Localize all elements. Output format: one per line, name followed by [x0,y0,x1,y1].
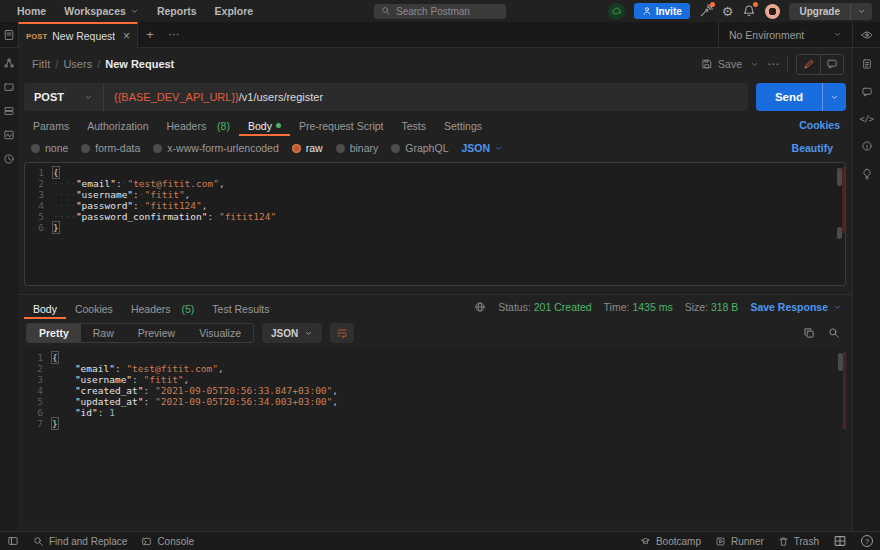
code-icon[interactable]: </> [860,114,874,124]
interceptor-icon[interactable] [699,4,713,18]
tab-pre-request-script[interactable]: Pre-request Script [290,114,393,136]
upgrade-button[interactable]: Upgrade [789,3,872,20]
send-button[interactable]: Send [756,83,846,111]
history-icon[interactable] [3,153,15,165]
mode-graphql[interactable]: GraphQL [391,142,448,154]
environment-selector[interactable]: No Environment [718,22,852,47]
response-tab-cookies[interactable]: Cookies [66,295,122,319]
more-options-icon[interactable]: ⋯ [767,57,779,71]
response-language-selector[interactable]: JSON [262,323,322,343]
request-body-code: 1{2····"email":·"test@fitit.com",3····"u… [25,167,845,233]
avatar[interactable] [765,4,780,19]
console-icon [141,536,152,547]
copy-icon[interactable] [803,327,815,339]
runner-button[interactable]: Runner [715,536,764,547]
tab-params[interactable]: Params [24,114,78,136]
view-pretty[interactable]: Pretty [27,324,81,342]
nav-explore[interactable]: Explore [206,0,263,22]
monitors-icon[interactable] [3,129,15,141]
headers-count: (8) [217,120,230,132]
breadcrumb-collection[interactable]: Users [63,58,92,70]
notifications-bell-icon[interactable] [742,4,756,18]
view-visualize[interactable]: Visualize [187,324,253,342]
search-placeholder: Search Postman [396,6,470,17]
send-options-chevron-icon[interactable] [822,83,846,111]
raw-language-selector[interactable]: JSON [461,142,503,154]
nav-home-label: Home [17,5,46,17]
mode-x-www-form-urlencoded[interactable]: x-www-form-urlencoded [153,142,278,154]
method-selector[interactable]: POST [24,83,104,111]
save-button[interactable]: Save [701,58,742,70]
invite-label: Invite [656,6,682,17]
tab-settings[interactable]: Settings [435,114,491,136]
console-button[interactable]: Console [141,536,194,547]
new-tab-button[interactable]: + [138,22,162,47]
url-variable: {{BASE_DEV_API_URL}} [114,91,239,103]
sync-status-icon[interactable] [608,3,625,20]
breadcrumb-separator: / [92,58,105,70]
split-pane-icon[interactable] [833,534,847,548]
request-builder: FitIt / Users / New Request Save ⋯ [18,48,852,531]
help-icon[interactable]: ? [861,535,873,547]
radio-icon [336,144,345,153]
view-raw[interactable]: Raw [81,324,126,342]
apis-icon[interactable] [3,57,15,69]
documentation-icon[interactable] [861,58,873,70]
environments-icon[interactable] [3,105,15,117]
invite-button[interactable]: Invite [634,3,690,19]
search-response-icon[interactable] [828,327,840,339]
environment-area: No Environment [718,22,880,47]
notification-dot [753,2,758,7]
mode-raw[interactable]: raw [292,142,323,154]
response-tab-body[interactable]: Body [24,295,66,319]
view-preview[interactable]: Preview [126,324,187,342]
save-response-button[interactable]: Save Response [750,301,842,313]
chevron-down-icon [494,144,503,153]
response-tab-test-results[interactable]: Test Results [203,295,278,319]
request-body-editor[interactable]: 1{2····"email":·"test@fitit.com",3····"u… [24,162,846,286]
tab-authorization[interactable]: Authorization [78,114,157,136]
edit-pencil-icon[interactable] [797,55,820,74]
find-and-replace-button[interactable]: Find and Replace [33,536,127,547]
close-tab-icon[interactable]: × [123,31,130,41]
beautify-link[interactable]: Beautify [792,142,839,154]
comment-icon[interactable] [820,55,843,74]
status-bar-right: Bootcamp Runner Trash ? [640,534,873,548]
request-tab[interactable]: POST New Request × [18,22,138,48]
environment-quick-look-icon[interactable] [852,22,880,47]
search-input[interactable]: Search Postman [374,4,506,19]
collections-icon[interactable] [0,22,18,47]
tab-tests[interactable]: Tests [393,114,436,136]
sidebar-toggle-icon[interactable] [7,535,19,547]
tab-body[interactable]: Body [239,114,290,136]
settings-gear-icon[interactable]: ⚙ [722,5,734,18]
url-input[interactable]: {{BASE_DEV_API_URL}}/v1/users/register [104,91,333,103]
left-sidebar-rail [0,48,18,531]
nav-home[interactable]: Home [8,0,55,22]
breadcrumb-workspace[interactable]: FitIt [32,58,50,70]
tab-headers[interactable]: Headers (8) [157,114,238,136]
mode-binary[interactable]: binary [336,142,379,154]
mode-none[interactable]: none [31,142,68,154]
response-body-code: 1{2 "email": "test@fitit.com",3 "usernam… [24,352,846,429]
method-value: POST [34,91,64,103]
info-icon[interactable] [861,140,873,152]
response-tab-headers[interactable]: Headers (5) [122,295,203,319]
comments-icon[interactable] [861,86,873,98]
cookies-link[interactable]: Cookies [799,119,846,131]
globe-icon[interactable] [474,301,486,313]
nav-workspaces[interactable]: Workspaces [55,0,148,22]
pub-tips-lightbulb-icon[interactable] [861,168,873,180]
wrap-lines-button[interactable] [330,323,354,343]
radio-icon [292,144,301,153]
tab-options-icon[interactable]: ⋯ [162,22,186,47]
trash-button[interactable]: Trash [778,536,819,547]
mode-form-data[interactable]: form-data [81,142,140,154]
edit-comment-group [796,54,844,75]
bootcamp-button[interactable]: Bootcamp [640,536,701,547]
response-body-editor[interactable]: 1{2 "email": "test@fitit.com",3 "usernam… [24,348,846,527]
mock-servers-icon[interactable] [3,81,15,93]
nav-reports[interactable]: Reports [148,0,206,22]
nav-explore-label: Explore [215,5,254,17]
save-options-chevron-icon[interactable] [750,60,759,69]
